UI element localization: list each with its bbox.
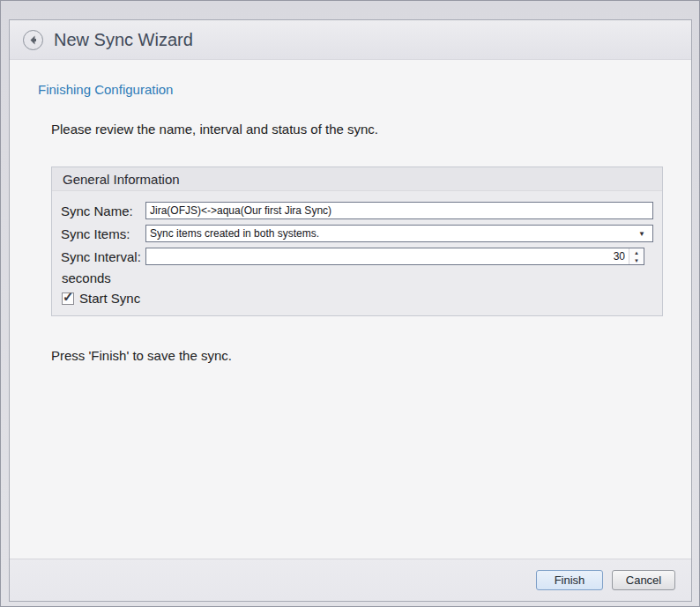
sync-interval-stepper: ▲ ▼ (145, 248, 644, 265)
sync-interval-input[interactable] (146, 248, 629, 264)
sync-interval-label: Sync Interval: (61, 249, 145, 264)
groupbox-body: Sync Name: Sync Items: Sync items create… (52, 191, 662, 315)
start-sync-row: ✓ Start Sync (62, 291, 653, 306)
spinner-up-icon[interactable]: ▲ (629, 248, 644, 256)
general-information-groupbox: General Information Sync Name: Sync Item… (51, 167, 663, 316)
sync-name-row: Sync Name: (61, 202, 653, 219)
sync-items-selected-value: Sync items created in both systems. (150, 227, 638, 240)
start-sync-label: Start Sync (79, 291, 140, 306)
wizard-content: Finishing Configuration Please review th… (10, 60, 691, 559)
back-arrow-icon (27, 34, 39, 46)
sync-items-label: Sync Items: (61, 226, 145, 241)
sync-name-input[interactable] (145, 202, 653, 219)
groupbox-title: General Information (52, 167, 662, 191)
sync-items-row: Sync Items: Sync items created in both s… (61, 225, 653, 242)
start-sync-checkbox[interactable]: ✓ (62, 292, 74, 305)
page-heading: Finishing Configuration (38, 82, 691, 97)
seconds-label: seconds (62, 270, 653, 285)
wizard-footer: Finish Cancel (10, 559, 691, 601)
sync-name-label: Sync Name: (61, 204, 145, 218)
checkmark-icon: ✓ (63, 290, 74, 303)
cancel-button[interactable]: Cancel (612, 570, 675, 590)
spinner-down-icon[interactable]: ▼ (629, 256, 644, 264)
chevron-down-icon: ▼ (638, 230, 649, 238)
wizard-header: New Sync Wizard (10, 20, 691, 60)
intro-text: Please review the name, interval and sta… (51, 122, 663, 137)
finish-note: Press 'Finish' to save the sync. (51, 348, 663, 363)
sync-interval-row: Sync Interval: ▲ ▼ (61, 248, 653, 265)
new-sync-wizard-dialog: New Sync Wizard Finishing Configuration … (9, 19, 692, 602)
back-button[interactable] (23, 30, 43, 50)
sync-items-dropdown[interactable]: Sync items created in both systems. ▼ (145, 225, 653, 242)
app-window: New Sync Wizard Finishing Configuration … (0, 0, 700, 607)
finish-button[interactable]: Finish (536, 570, 603, 590)
spinner-buttons: ▲ ▼ (629, 248, 644, 264)
wizard-title: New Sync Wizard (54, 30, 193, 50)
